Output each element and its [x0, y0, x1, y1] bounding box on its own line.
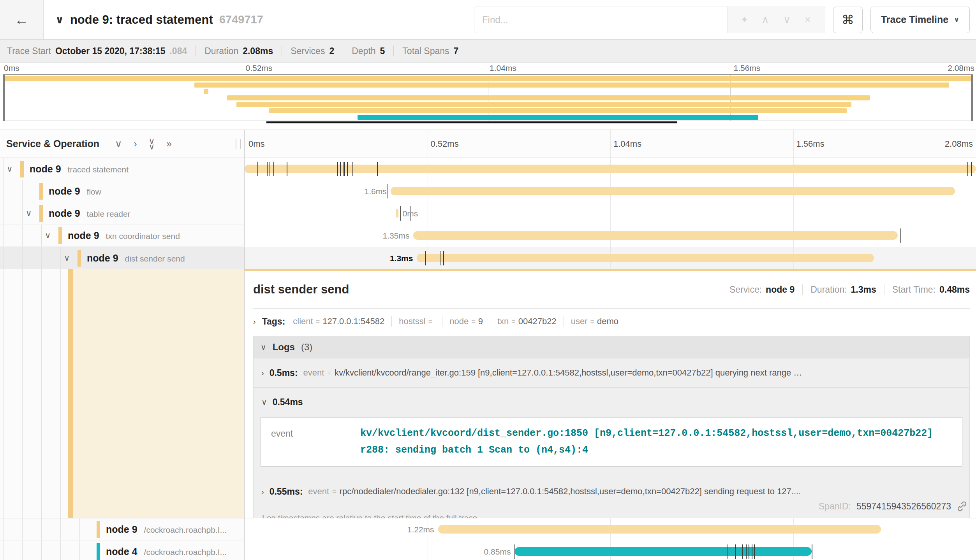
find-clear-icon[interactable]: ×: [805, 14, 810, 26]
span-timeline-cell[interactable]: 0.85ms: [245, 541, 976, 560]
indent-guide: [41, 269, 42, 518]
log-entry-header[interactable]: ∨0.54ms: [254, 388, 969, 416]
collapse-one-icon[interactable]: ∨: [115, 138, 122, 149]
tags-row[interactable]: › Tags: client=127.0.0.1:54582hostssl=no…: [253, 309, 970, 334]
span-row[interactable]: ∨node 9traced statement: [0, 158, 976, 180]
expand-one-icon[interactable]: ›: [134, 138, 137, 149]
locate-icon[interactable]: ⌖: [742, 14, 747, 26]
span-id-row: SpanID: 5597415943526560273: [819, 501, 967, 512]
chevron-right-icon[interactable]: ›: [261, 487, 264, 496]
divider: [393, 46, 394, 56]
column-resizer[interactable]: [236, 139, 241, 149]
time-gridline: [428, 130, 428, 158]
timeline-scrollbar[interactable]: [266, 121, 677, 123]
span-bar[interactable]: [438, 525, 881, 534]
logs-title: Logs: [273, 342, 295, 353]
span-duration-label: 0.85ms: [484, 547, 511, 556]
tag-item[interactable]: txn=00427b22: [497, 316, 557, 327]
span-tree-cell[interactable]: ∨node 9dist sender send: [0, 247, 245, 269]
time-gridline: [428, 541, 428, 560]
minimap-right-handle[interactable]: [971, 75, 973, 121]
find-input[interactable]: [474, 7, 727, 33]
span-bar[interactable]: [245, 165, 976, 173]
span-row[interactable]: ∨node 9dist sender send1.3ms: [0, 247, 976, 269]
span-tree-cell[interactable]: node 9flow: [0, 180, 245, 202]
collapse-all-icon[interactable]: ∨∨: [149, 139, 155, 149]
span-timeline-cell[interactable]: 1.3ms: [245, 247, 976, 269]
link-icon[interactable]: [957, 501, 967, 512]
span-tree-cell[interactable]: node 4/cockroach.roachpb.I...: [0, 541, 245, 560]
span-bar[interactable]: [514, 547, 812, 556]
span-tree-cell[interactable]: ∨node 9table reader: [0, 202, 245, 225]
span-expander-icon[interactable]: ∨: [26, 209, 32, 218]
service-name: node 9txn coordinator send: [68, 230, 180, 241]
chevron-right-icon[interactable]: ›: [261, 369, 264, 377]
log-marker: [967, 162, 968, 176]
minimap-tick-labels: 0ms0.52ms1.04ms1.56ms2.08ms: [0, 63, 976, 74]
tags-expander-icon[interactable]: ›: [253, 317, 256, 326]
indent-guide: [3, 269, 4, 518]
divider: [442, 316, 442, 327]
log-entry-header[interactable]: ›0.5ms:event=kv/kvclient/kvcoord/range_i…: [254, 358, 969, 387]
trace-collapse-icon[interactable]: ∨: [55, 14, 64, 26]
tag-item[interactable]: hostssl=: [399, 316, 435, 327]
expand-all-icon[interactable]: »: [166, 138, 172, 149]
minimap-left-handle[interactable]: [3, 75, 5, 121]
span-timeline-cell[interactable]: [245, 158, 976, 180]
span-row[interactable]: ∨node 9txn coordinator send1.35ms: [0, 225, 976, 247]
span-bar[interactable]: [396, 209, 398, 218]
chevron-down-icon[interactable]: ∨: [261, 397, 267, 407]
span-timeline-cell[interactable]: 1.35ms: [245, 225, 976, 247]
timeline-minimap[interactable]: 0ms0.52ms1.04ms1.56ms2.08ms: [0, 63, 976, 124]
service-color-swatch: [58, 227, 62, 244]
service-name: node 4/cockroach.roachpb.I...: [106, 546, 227, 557]
keyboard-shortcuts-button[interactable]: ⌘: [833, 7, 863, 33]
span-timeline-cell[interactable]: 1.22ms: [245, 518, 976, 541]
minimap-row: [4, 76, 972, 81]
info-value: 2: [329, 46, 334, 56]
span-expander-icon[interactable]: ∨: [45, 231, 51, 240]
log-marker: [754, 544, 755, 559]
info-label: Duration: [204, 46, 238, 56]
tag-key: user: [571, 316, 588, 327]
span-tree-cell[interactable]: node 9/cockroach.roachpb.I...: [0, 518, 245, 541]
equals-sign: =: [327, 369, 331, 377]
service-color-swatch: [78, 250, 81, 267]
time-gridline: [793, 130, 794, 158]
operation-name: /cockroach.roachpb.I...: [144, 548, 227, 556]
span-row[interactable]: node 9/cockroach.roachpb.I...1.22ms: [0, 518, 976, 541]
span-row[interactable]: ∨node 9table reader0ms: [0, 202, 976, 225]
span-duration-label: 0ms: [402, 209, 418, 218]
find-next-icon[interactable]: ∨: [783, 14, 791, 26]
tags-list: client=127.0.0.1:54582hostssl=node=9txn=…: [293, 316, 618, 327]
span-duration-label: 1.35ms: [383, 231, 410, 241]
span-row[interactable]: node 4/cockroach.roachpb.I...0.85ms: [0, 541, 976, 560]
view-dropdown[interactable]: Trace Timeline ∨: [870, 7, 970, 33]
minimap-span-bar: [4, 76, 972, 81]
span-tree-cell[interactable]: ∨node 9traced statement: [0, 158, 245, 180]
span-expander-icon[interactable]: ∨: [64, 253, 70, 263]
tag-item[interactable]: node=9: [449, 316, 483, 327]
equals-sign: =: [316, 318, 320, 326]
logs-header[interactable]: ∨ Logs (3): [254, 336, 969, 358]
minimap-canvas[interactable]: [3, 74, 973, 121]
tag-item[interactable]: user=demo: [571, 316, 618, 327]
start-time-value: 0.48ms: [939, 284, 970, 295]
find-prev-icon[interactable]: ∧: [761, 14, 769, 26]
span-timeline-cell[interactable]: 0ms: [245, 202, 976, 225]
span-timeline-cell[interactable]: 1.6ms: [245, 180, 976, 202]
span-tree-cell[interactable]: ∨node 9txn coordinator send: [0, 225, 245, 247]
span-bar[interactable]: [413, 231, 897, 240]
log-field-value: rpc/nodedialer/nodedialer.go:132 [n9,cli…: [340, 486, 801, 497]
trace-title-wrap[interactable]: ∨ node 9: traced statement 6749717: [44, 13, 263, 27]
span-expander-icon[interactable]: ∨: [7, 164, 12, 174]
span-detail-panel: dist sender send Service: node 9 Duratio…: [245, 269, 976, 518]
logs-expander-icon[interactable]: ∨: [261, 342, 266, 352]
operation-name: txn coordinator send: [106, 232, 180, 241]
span-bar[interactable]: [417, 254, 874, 262]
span-bar[interactable]: [391, 187, 955, 195]
tag-item[interactable]: client=127.0.0.1:54582: [293, 316, 384, 327]
info-label: Trace Start: [7, 46, 51, 56]
back-button[interactable]: ←: [0, 0, 44, 39]
span-row[interactable]: node 9flow1.6ms: [0, 180, 976, 202]
